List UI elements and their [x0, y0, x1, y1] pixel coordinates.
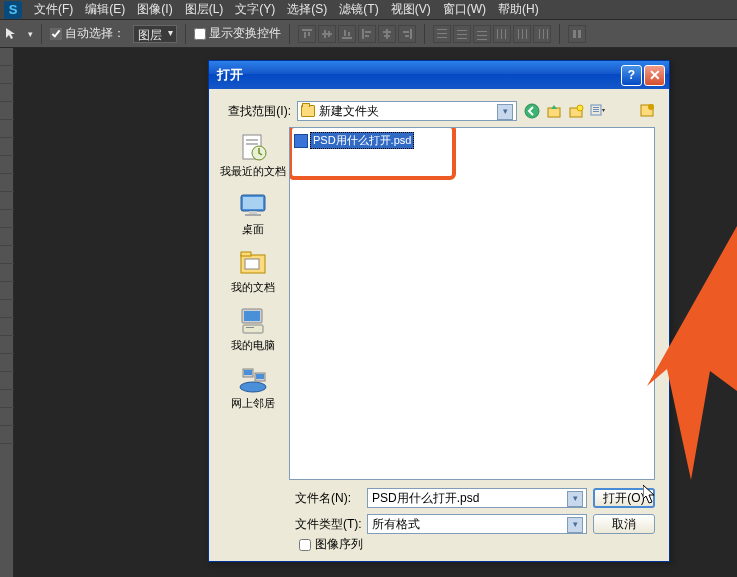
tool-slot[interactable]: [0, 408, 14, 426]
svg-rect-7: [344, 30, 346, 36]
tool-slot[interactable]: [0, 120, 14, 138]
distribute-vcenter-icon[interactable]: [453, 25, 471, 43]
favorites-icon[interactable]: [639, 102, 655, 121]
distribute-top-icon[interactable]: [433, 25, 451, 43]
close-button[interactable]: ✕: [644, 65, 665, 86]
tool-slot[interactable]: [0, 138, 14, 156]
file-item[interactable]: PSD用什么打开.psd: [294, 132, 414, 149]
align-top-icon[interactable]: [298, 25, 316, 43]
place-mydocs[interactable]: 我的文档: [224, 245, 282, 297]
svg-rect-62: [246, 327, 254, 328]
tool-slot[interactable]: [0, 264, 14, 282]
svg-rect-19: [437, 33, 447, 34]
tool-slot[interactable]: [0, 174, 14, 192]
menu-image[interactable]: 图像(I): [131, 1, 178, 18]
filename-label: 文件名(N):: [295, 490, 361, 507]
tool-slot[interactable]: [0, 66, 14, 84]
back-icon[interactable]: [523, 102, 541, 120]
up-one-level-icon[interactable]: [545, 102, 563, 120]
tool-slot[interactable]: [0, 48, 14, 66]
align-vcenter-icon[interactable]: [318, 25, 336, 43]
tool-slot[interactable]: [0, 282, 14, 300]
align-left-icon[interactable]: [358, 25, 376, 43]
dialog-titlebar[interactable]: 打开 ? ✕: [209, 61, 669, 89]
svg-rect-39: [548, 108, 560, 117]
lookin-select[interactable]: 新建文件夹: [297, 101, 517, 121]
place-label: 我的文档: [231, 280, 275, 295]
filetype-label: 文件类型(T):: [295, 516, 361, 533]
auto-align-icon[interactable]: [568, 25, 586, 43]
menu-help[interactable]: 帮助(H): [492, 1, 545, 18]
svg-rect-26: [477, 39, 487, 40]
image-sequence-checkbox[interactable]: [299, 539, 311, 551]
file-list-area[interactable]: PSD用什么打开.psd: [289, 127, 655, 480]
tool-slot[interactable]: [0, 156, 14, 174]
tool-slot[interactable]: [0, 336, 14, 354]
place-label: 我的电脑: [231, 338, 275, 353]
menu-view[interactable]: 视图(V): [385, 1, 437, 18]
help-button[interactable]: ?: [621, 65, 642, 86]
new-folder-icon[interactable]: [567, 102, 585, 120]
menu-select[interactable]: 选择(S): [281, 1, 333, 18]
place-network[interactable]: 网上邻居: [224, 361, 282, 413]
cancel-button[interactable]: 取消: [593, 514, 655, 534]
place-desktop[interactable]: 桌面: [224, 187, 282, 239]
svg-rect-2: [308, 32, 310, 36]
svg-rect-6: [342, 37, 352, 39]
align-right-icon[interactable]: [398, 25, 416, 43]
menu-edit[interactable]: 编辑(E): [79, 1, 131, 18]
tool-slot[interactable]: [0, 372, 14, 390]
svg-rect-55: [245, 214, 261, 216]
computer-icon: [237, 305, 269, 337]
align-hcenter-icon[interactable]: [378, 25, 396, 43]
svg-rect-30: [518, 29, 519, 39]
layer-select[interactable]: 图层: [133, 25, 177, 43]
show-transform-checkbox[interactable]: 显示变换控件: [194, 25, 281, 42]
filename-input[interactable]: PSD用什么打开.psd: [367, 488, 587, 508]
svg-rect-57: [241, 252, 251, 256]
menu-type[interactable]: 文字(Y): [229, 1, 281, 18]
menu-filter[interactable]: 滤镜(T): [333, 1, 384, 18]
tool-slot[interactable]: [0, 354, 14, 372]
distribute-right-icon[interactable]: [533, 25, 551, 43]
tool-slot[interactable]: [0, 84, 14, 102]
place-label: 桌面: [242, 222, 264, 237]
tool-slot[interactable]: [0, 426, 14, 444]
svg-rect-25: [477, 35, 487, 36]
psd-file-icon: [294, 134, 308, 148]
place-mycomputer[interactable]: 我的电脑: [224, 303, 282, 355]
tool-slot[interactable]: [0, 192, 14, 210]
dropdown-arrow-icon[interactable]: ▾: [28, 29, 33, 39]
place-recent[interactable]: 我最近的文档: [224, 129, 282, 181]
distribute-left-icon[interactable]: [493, 25, 511, 43]
menu-file[interactable]: 文件(F): [28, 1, 79, 18]
svg-rect-61: [243, 325, 263, 333]
tool-slot[interactable]: [0, 300, 14, 318]
svg-rect-35: [547, 29, 548, 39]
place-label: 我最近的文档: [220, 164, 286, 179]
svg-rect-9: [362, 29, 364, 39]
auto-select-checkbox[interactable]: 自动选择：: [50, 25, 125, 42]
ps-logo: S: [4, 1, 22, 19]
app-menubar: S 文件(F) 编辑(E) 图像(I) 图层(L) 文字(Y) 选择(S) 滤镜…: [0, 0, 737, 20]
filetype-select[interactable]: 所有格式: [367, 514, 587, 534]
menu-layer[interactable]: 图层(L): [179, 1, 230, 18]
dialog-title: 打开: [217, 66, 619, 84]
view-menu-icon[interactable]: [589, 102, 607, 120]
folder-icon: [301, 105, 315, 117]
tool-slot[interactable]: [0, 390, 14, 408]
distribute-bottom-icon[interactable]: [473, 25, 491, 43]
distribute-hcenter-icon[interactable]: [513, 25, 531, 43]
svg-rect-44: [593, 109, 599, 110]
tool-slot[interactable]: [0, 318, 14, 336]
svg-rect-23: [457, 38, 467, 39]
align-bottom-icon[interactable]: [338, 25, 356, 43]
tool-slot[interactable]: [0, 246, 14, 264]
menu-window[interactable]: 窗口(W): [437, 1, 492, 18]
tool-slot[interactable]: [0, 210, 14, 228]
lookin-label: 查找范围(I):: [223, 103, 291, 120]
svg-rect-13: [383, 31, 391, 33]
align-group-1: [298, 25, 416, 43]
tool-slot[interactable]: [0, 102, 14, 120]
tool-slot[interactable]: [0, 228, 14, 246]
